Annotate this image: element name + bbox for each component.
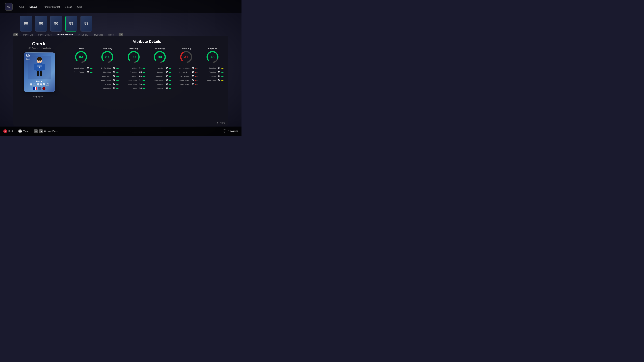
svg-point-9 [40,60,41,61]
short-pass-row: Short Pass 91 [122,79,145,81]
vision-row: Vision 91 [122,67,145,69]
pace-circle-stat: Pace 83 [70,47,92,65]
card-thumb-4[interactable]: 89 [66,15,77,31]
card-flags: L1 OL [33,87,46,90]
main-content: Cherki UEL Road to the Knockouts 89 CAM [14,36,228,126]
dribbling-value: 90 [158,55,162,59]
views-button[interactable]: ◀R▶ Views [18,129,29,133]
pace-column: Pace 83 Acceleration 85 [70,47,92,91]
nav-item-club[interactable]: Club [19,5,24,8]
right-panel: Attribute Details Pace 83 Acceleration [66,36,228,126]
pace-value: 83 [79,55,83,59]
card-stat-sho: 87 SHO [33,83,36,86]
acceleration-row: Acceleration 85 [70,67,92,69]
long-shots-row: Long Shots 88 [96,79,119,81]
card-thumb-1[interactable]: 90 [20,15,32,31]
card-stat-def: 31 DEF [43,83,46,86]
lt-button-icon: LT [34,129,38,133]
bottom-right: TG THEGAMER [223,129,238,133]
passing-column: Passing 90 Vision 91 Crossing [122,47,145,91]
back-button[interactable]: B Back [3,129,13,133]
dribbling-circle: 90 [153,50,166,64]
physical-value: 78 [210,55,214,59]
att-position-row: Att. Position 88 [96,67,119,69]
svg-rect-13 [35,87,36,90]
passing-circle-stat: Passing 90 [122,47,145,65]
shooting-value: 87 [105,55,109,59]
fk-acc-row: FK Acc. 89 [122,75,145,77]
physical-circle: 78 [206,50,219,64]
penalties-row: Penalties 79 [96,87,119,89]
playstyles-label: PlayStyles: 7 [33,95,46,98]
svg-rect-5 [37,71,39,76]
shot-power-row: Shot Power 98 [96,75,119,77]
card-stat-pas: 90 PAS [37,83,39,86]
svg-text:TG: TG [224,130,226,132]
ball-control-row: Ball Control 85 [148,79,172,81]
svg-rect-14 [36,87,38,90]
change-player-button[interactable]: LT RT Change Player [34,129,58,133]
agility-row: Agility 87 [148,67,172,69]
next-label: Next [220,121,225,124]
defending-circle-stat: Defending 31 [175,47,198,65]
b-button-icon: B [3,129,7,133]
acceleration-bar [90,68,92,69]
tg-watermark: THEGAMER [228,130,238,132]
svg-rect-6 [40,71,42,76]
card-stat-phy: 78 PHY [46,83,49,86]
def-aware-row: Def. Aware 28 [175,75,198,77]
card-stats-row: 83 PAC 87 SHO 90 PAS 90 DRI 31 DEF [30,83,49,86]
long-pass-row: Long Pass 90 [122,83,145,85]
nav-item-transfer[interactable]: Transfer Market [42,5,60,8]
curve-row: Curve 94 [122,87,145,89]
card-thumb-2[interactable]: 90 [35,15,47,31]
balance-row: Balance 87 [148,71,172,73]
stand-tackle-row: Stand Tackle 34 [175,79,198,81]
nav-item-club2[interactable]: Club [77,5,82,8]
change-player-label: Change Player [44,130,58,132]
svg-rect-4 [42,64,45,70]
physical-circle-stat: Physical 78 [201,47,224,65]
physical-column: Physical 78 Jumping 69 Stamina [201,47,224,91]
defending-column: Defending 31 Interceptions 32 Hea [175,47,198,91]
sprint-speed-bar [90,72,92,73]
nav-item-squad[interactable]: Squad [30,5,37,8]
card-stat-pac: 83 PAC [30,83,32,86]
sprint-speed-row: Sprint Speed 82 [70,71,92,73]
heading-acc-row: Heading Acc. 41 [175,71,198,73]
dribbling-column: Dribbling 90 Agility 87 Balance [148,47,172,91]
cards-strip: 90 90 90 89 89 [0,13,242,33]
svg-rect-12 [33,87,35,90]
card-player-name: Cherki [36,80,42,82]
defending-value: 31 [184,55,188,59]
passing-value: 90 [132,55,136,59]
passing-circle: 90 [127,50,140,64]
player-name: Cherki [32,41,46,46]
crossing-row: Crossing 85 [122,71,145,73]
pace-circle: 83 [74,50,88,64]
views-label: Views [23,130,29,132]
reactions-row: Reactions 82 [148,75,172,77]
bottom-bar: B Back ◀R▶ Views LT RT Change Player TG … [0,126,242,136]
watermark-icon: TG [223,129,226,133]
volleys-row: Volleys 74 [96,83,119,85]
slide-tackle-row: Slide Tackle 23 [175,83,198,85]
card-thumb-3[interactable]: 90 [50,15,62,31]
interceptions-row: Interceptions 32 [175,67,198,69]
composure-row: Composure 83 [148,87,172,89]
nav-items: Club Squad Transfer Market Squad Club [19,5,82,8]
nav-item-squad2[interactable]: Squad [65,5,72,8]
next-button[interactable]: ▶ Next [217,121,225,124]
league-badge: L1 [38,87,42,90]
aggression-row: Aggression 70 [201,79,224,81]
dribbling-stat-row: Dribbling 96 [148,83,172,85]
attribute-columns: Pace 83 Acceleration 85 [70,47,224,91]
jumping-row: Jumping 69 [201,67,224,69]
left-panel: Cherki UEL Road to the Knockouts 89 CAM [14,36,66,126]
club-badge: OL [42,87,46,90]
card-thumb-5[interactable]: 89 [80,15,92,31]
rt-button-icon: RT [39,129,43,133]
defending-circle: 31 [180,50,193,64]
shooting-circle-stat: Shooting 87 [96,47,119,65]
player-subtitle: UEL Road to the Knockouts [28,47,51,49]
